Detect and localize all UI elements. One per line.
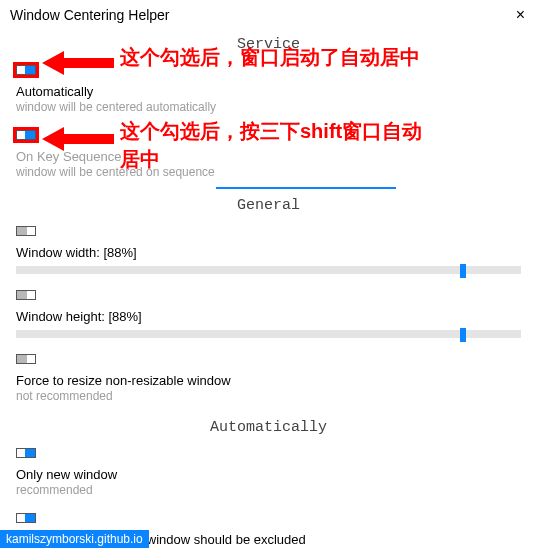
onlynew-title: Only new window — [16, 467, 521, 482]
width-label: Window width: [88%] — [16, 245, 521, 260]
section-service: Service — [16, 30, 521, 59]
height-slider[interactable] — [16, 330, 521, 338]
onkey-sub: window will be centered on sequence — [16, 165, 521, 179]
toggle-help[interactable] — [16, 513, 36, 523]
height-slider-thumb[interactable] — [460, 328, 466, 342]
footer-link[interactable]: kamilszymborski.github.io — [0, 530, 149, 548]
width-slider-thumb[interactable] — [460, 264, 466, 278]
width-slider[interactable] — [16, 266, 521, 274]
toggle-onkey[interactable] — [16, 130, 36, 140]
toggle-onlynew[interactable] — [16, 448, 36, 458]
onkey-title: On Key Sequence — [16, 149, 521, 164]
row-onlynew: Only new window recommended — [16, 442, 521, 507]
toggle-automatically[interactable] — [16, 65, 36, 75]
section-general: General — [16, 191, 521, 220]
toggle-height[interactable] — [16, 290, 36, 300]
force-sub: not recommended — [16, 389, 521, 403]
toggle-width[interactable] — [16, 226, 36, 236]
row-height: Window height: [88%] — [16, 284, 521, 348]
row-force: Force to resize non-resizable window not… — [16, 348, 521, 413]
onlynew-sub: recommended — [16, 483, 521, 497]
close-icon[interactable]: × — [516, 6, 525, 24]
toggle-force[interactable] — [16, 354, 36, 364]
row-onkey: On Key Sequence window will be centered … — [16, 124, 521, 189]
row-width: Window width: [88%] — [16, 220, 521, 284]
automatically-title: Automatically — [16, 84, 521, 99]
height-label: Window height: [88%] — [16, 309, 521, 324]
automatically-sub: window will be centered automatically — [16, 100, 521, 114]
window-title: Window Centering Helper — [10, 7, 170, 23]
section-automatically: Automatically — [16, 413, 521, 442]
row-automatically: Automatically window will be centered au… — [16, 59, 521, 124]
force-title: Force to resize non-resizable window — [16, 373, 521, 388]
